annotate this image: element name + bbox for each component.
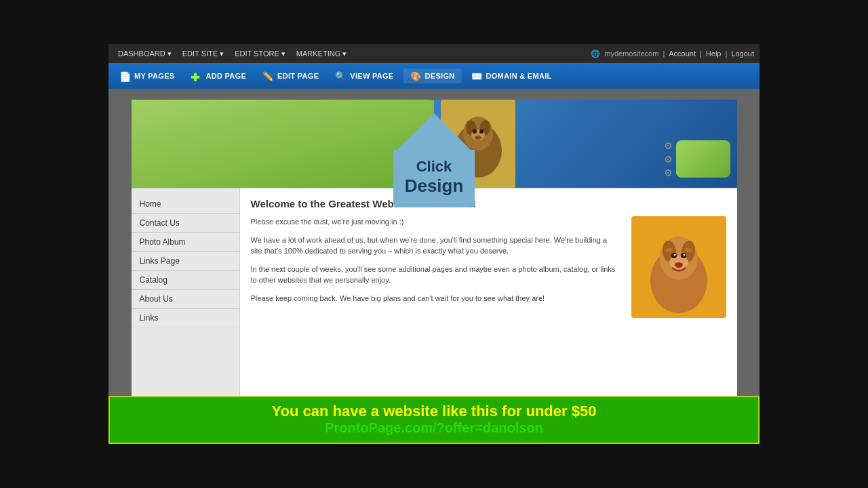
paragraph-1: Please excuse the dust, we're just movin…	[251, 216, 620, 228]
nav-about-us[interactable]: About Us	[132, 290, 239, 308]
click-design-box: Click Design	[393, 150, 475, 207]
green-box-widget	[676, 140, 730, 178]
site-main-title: Welcome to the Greatest Website in the W…	[251, 198, 726, 209]
paragraph-2: We have a lot of work ahead of us, but w…	[251, 235, 620, 257]
banner-line2: ProntoPage.com/?offer=danolson	[110, 420, 758, 436]
site-body: Home Contact Us Photo Album Links Page C…	[132, 188, 737, 406]
blue-toolbar: 📄 MY PAGES ✚ ADD PAGE ✏️ EDIT PAGE 🔍 VIE…	[108, 63, 760, 89]
bottom-banner: You can have a website like this for und…	[108, 396, 760, 444]
dog-photo	[631, 216, 726, 318]
svg-point-8	[475, 136, 481, 140]
click-label: Click	[400, 158, 468, 176]
account-link[interactable]: Account	[669, 49, 696, 58]
arrow-up-icon	[397, 113, 471, 150]
my-pages-button[interactable]: 📄 MY PAGES	[113, 68, 181, 83]
edit-page-button[interactable]: ✏️ EDIT PAGE	[256, 68, 326, 83]
help-link[interactable]: Help	[706, 49, 722, 58]
domain-email-button[interactable]: ✉️ DOMAIN & EMAIL	[465, 68, 559, 83]
view-icon: 🔍	[335, 71, 347, 81]
add-icon: ✚	[191, 71, 203, 81]
nav-dashboard[interactable]: DASHBOARD ▾	[114, 48, 176, 60]
nav-edit-store[interactable]: EDIT STORE ▾	[231, 48, 290, 60]
globe-icon: 🌐	[591, 49, 600, 58]
svg-point-19	[675, 262, 683, 268]
top-nav-right: 🌐 mydemositecom | Account | Help | Logou…	[591, 49, 754, 58]
logout-link[interactable]: Logout	[731, 49, 754, 58]
click-design-overlay[interactable]: Click Design	[393, 113, 475, 207]
separator3: |	[725, 49, 727, 58]
nav-edit-site[interactable]: EDIT SITE ▾	[178, 48, 228, 60]
gear-icon-3[interactable]: ⚙	[664, 167, 673, 178]
gear-icon-2[interactable]: ⚙	[664, 154, 673, 165]
site-preview: Click Design ⚙ ⚙ ⚙ Home	[132, 100, 737, 406]
nav-links[interactable]: Links	[132, 309, 239, 327]
svg-point-7	[479, 129, 484, 134]
site-main-content: Welcome to the Greatest Website in the W…	[240, 188, 737, 406]
gear-icon-1[interactable]: ⚙	[664, 140, 673, 151]
nav-contact[interactable]: Contact Us	[132, 214, 239, 232]
domain-display: mydemositecom	[604, 49, 658, 58]
site-header: Click Design ⚙ ⚙ ⚙	[132, 100, 737, 188]
design-label: Design	[400, 176, 468, 197]
site-nav: Home Contact Us Photo Album Links Page C…	[132, 188, 240, 406]
nav-catalog[interactable]: Catalog	[132, 271, 239, 289]
design-icon: 🎨	[410, 71, 422, 81]
view-page-button[interactable]: 🔍 VIEW PAGE	[328, 68, 400, 83]
nav-links-page[interactable]: Links Page	[132, 252, 239, 270]
site-text-body: Please excuse the dust, we're just movin…	[251, 216, 620, 318]
nav-home[interactable]: Home	[132, 195, 239, 214]
nav-photo-album[interactable]: Photo Album	[132, 233, 239, 251]
banner-line1: You can have a website like this for und…	[110, 403, 758, 420]
design-button[interactable]: 🎨 DESIGN	[403, 68, 462, 83]
domain-icon: ✉️	[471, 71, 484, 81]
svg-point-18	[683, 254, 685, 256]
nav-marketing[interactable]: MARKETING ▾	[292, 48, 351, 60]
paragraph-4: Please keep coming back. We have big pla…	[251, 293, 620, 304]
gear-icons-area: ⚙ ⚙ ⚙	[664, 140, 673, 178]
top-navigation: DASHBOARD ▾ EDIT SITE ▾ EDIT STORE ▾ MAR…	[108, 44, 760, 63]
pages-icon: 📄	[119, 71, 132, 81]
add-page-button[interactable]: ✚ ADD PAGE	[184, 68, 253, 83]
separator: |	[663, 49, 665, 58]
svg-point-17	[673, 254, 675, 256]
paragraph-3: In the next couple of weeks, you'll see …	[251, 264, 620, 286]
dog-image-content	[631, 216, 726, 318]
separator2: |	[700, 49, 702, 58]
content-wrap: Please excuse the dust, we're just movin…	[251, 216, 726, 318]
top-nav-left: DASHBOARD ▾ EDIT SITE ▾ EDIT STORE ▾ MAR…	[114, 48, 351, 60]
edit-icon: ✏️	[262, 71, 275, 81]
